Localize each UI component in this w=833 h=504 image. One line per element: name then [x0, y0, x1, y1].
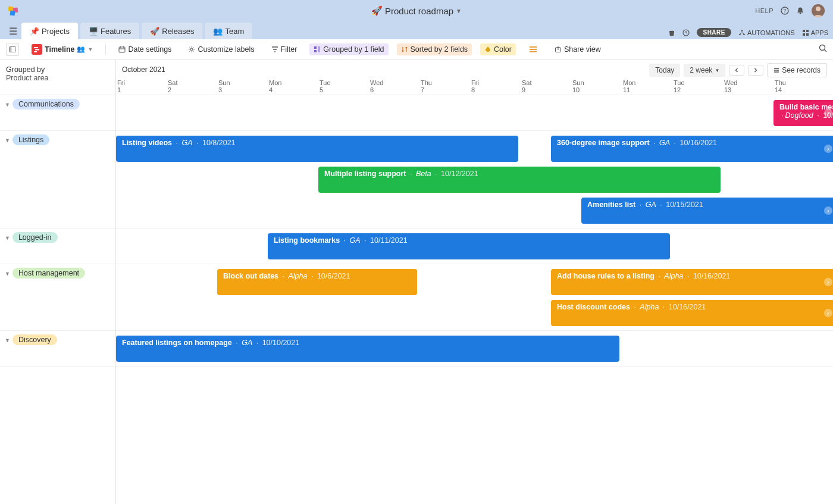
sidebar-toggle-icon[interactable] — [6, 43, 19, 56]
timeline-bar[interactable]: Add house rules to a listing · Alpha · 1… — [551, 269, 833, 295]
group-header: Grouped by Product area — [0, 60, 115, 95]
calendar-icon — [118, 46, 126, 53]
day-column: Thu7 — [419, 79, 470, 93]
group-label-cell[interactable]: ▼Host management — [0, 264, 115, 331]
tab-features[interactable]: 🖥️Features — [80, 23, 139, 39]
tab-team[interactable]: 👥Team — [205, 23, 252, 39]
timeline-column: October 2021 Today 2 week ▼ See records — [116, 60, 833, 504]
group-chip: Listings — [12, 134, 49, 145]
menu-icon[interactable]: ☰ — [5, 23, 21, 39]
timeline-bar[interactable]: 360-degree image support · GA · 10/16/20… — [551, 136, 833, 162]
grouped-by-button[interactable]: Grouped by 1 field — [309, 43, 388, 55]
history-icon[interactable] — [682, 29, 690, 36]
svg-point-7 — [816, 7, 821, 11]
svg-rect-26 — [314, 46, 317, 49]
day-column: Sat9 — [521, 79, 571, 93]
next-button[interactable] — [748, 65, 763, 76]
day-column: Tue12 — [672, 79, 723, 93]
day-column: Wed13 — [723, 79, 774, 93]
svg-line-31 — [825, 50, 827, 52]
timeline-bar[interactable]: Listing bookmarks · GA · 10/11/2021 — [268, 233, 670, 259]
svg-point-9 — [741, 30, 743, 32]
see-records-button[interactable]: See records — [767, 63, 827, 77]
timeline-header: October 2021 Today 2 week ▼ See records — [116, 60, 833, 95]
people-icon: 👥 — [77, 45, 85, 53]
svg-rect-17 — [10, 46, 12, 52]
chevron-down-icon: ▼ — [715, 68, 719, 73]
group-label-cell[interactable]: ▼Logged-in — [0, 228, 115, 264]
tab-label: Projects — [42, 27, 70, 36]
svg-rect-12 — [803, 30, 805, 32]
apps-button[interactable]: APPS — [802, 29, 828, 36]
group-lanes: Build basic messaging·Dogfood · 10/17/20… — [116, 95, 833, 131]
timeline-bar[interactable]: Listing videos · GA · 10/8/2021 — [116, 136, 518, 162]
today-button[interactable]: Today — [649, 64, 680, 77]
share-icon — [555, 46, 562, 53]
chevron-right-icon: › — [824, 278, 832, 286]
filter-button[interactable]: Filter — [267, 43, 302, 55]
timeline-bar[interactable]: Featured listings on homepage · GA · 10/… — [116, 336, 619, 362]
timeline-bar[interactable]: Block out dates · Alpha · 10/6/2021 — [217, 269, 417, 295]
svg-rect-28 — [318, 46, 320, 52]
day-column: Fri1 — [116, 79, 167, 93]
day-column: Tue5 — [318, 79, 369, 93]
tab-releases[interactable]: 🚀Releases — [142, 23, 202, 39]
day-column: Sun10 — [571, 79, 622, 93]
date-settings-button[interactable]: Date settings — [114, 43, 176, 55]
tabbar: ☰ 📌Projects🖥️Features🚀Releases👥Team SHAR… — [0, 21, 833, 39]
chevron-left-icon — [734, 68, 739, 73]
chevron-down-icon: ▼ — [5, 271, 10, 277]
help-link[interactable]: HELP — [755, 7, 774, 14]
chevron-right-icon: › — [824, 145, 832, 153]
group-header-line2: Product area — [6, 74, 109, 82]
month-label: October 2021 — [122, 65, 165, 74]
group-label-cell[interactable]: ▼Listings — [0, 131, 115, 228]
chevron-down-icon: ▼ — [87, 46, 93, 52]
group-lanes: Listing videos · GA · 10/8/2021360-degre… — [116, 131, 833, 228]
row-height-button[interactable] — [524, 43, 542, 55]
group-chip: Communications — [12, 99, 80, 109]
share-view-button[interactable]: Share view — [550, 43, 605, 55]
timeline-bar[interactable]: Host discount codes · Alpha · 10/16/2021… — [551, 300, 833, 326]
svg-text:?: ? — [783, 8, 786, 14]
svg-rect-19 — [35, 49, 39, 50]
day-column: Mon11 — [622, 79, 672, 93]
svg-rect-2 — [10, 11, 15, 16]
view-name[interactable]: Timeline 👥 ▼ — [27, 42, 97, 57]
timeline-bar[interactable]: Build basic messaging·Dogfood · 10/17/20… — [774, 100, 833, 126]
chevron-right-icon — [753, 68, 758, 73]
group-label-cell[interactable]: ▼Communications — [0, 95, 115, 131]
customize-labels-button[interactable]: Customize labels — [184, 43, 258, 55]
group-column: Grouped by Product area ▼Communications▼… — [0, 60, 116, 504]
tab-icon: 👥 — [213, 27, 223, 36]
color-button[interactable]: Color — [480, 43, 516, 55]
app-logo[interactable] — [8, 5, 19, 16]
group-lanes: Listing bookmarks · GA · 10/11/2021 — [116, 228, 833, 264]
search-icon[interactable] — [819, 44, 827, 54]
base-name-text: Product roadmap — [385, 6, 453, 16]
avatar[interactable] — [812, 4, 825, 17]
group-chip: Host management — [12, 268, 85, 278]
group-chip: Logged-in — [12, 232, 58, 243]
automations-button[interactable]: AUTOMATIONS — [738, 29, 795, 36]
day-column: Fri8 — [470, 79, 521, 93]
group-label-cell[interactable]: ▼Discovery — [0, 331, 115, 367]
range-selector[interactable]: 2 week ▼ — [684, 64, 725, 77]
prev-button[interactable] — [729, 65, 744, 76]
svg-rect-15 — [806, 33, 809, 36]
row-height-icon — [528, 45, 538, 54]
notifications-icon[interactable] — [796, 7, 804, 15]
tab-projects[interactable]: 📌Projects — [21, 23, 78, 39]
sort-icon — [401, 46, 408, 53]
sorted-by-button[interactable]: Sorted by 2 fields — [397, 43, 472, 55]
view-toolbar: Timeline 👥 ▼ Date settings Customize lab… — [0, 39, 833, 60]
day-column: Sat2 — [167, 79, 217, 93]
timeline-bar[interactable]: Multiple listing support · Beta · 10/12/… — [318, 167, 721, 193]
trash-icon[interactable] — [668, 29, 675, 36]
color-icon — [484, 46, 491, 53]
group-icon — [314, 46, 321, 53]
help-icon[interactable]: ? — [781, 7, 789, 15]
timeline-bar[interactable]: Amenities list · GA · 10/15/2021› — [581, 198, 833, 224]
base-title[interactable]: 🚀 Product roadmap ▼ — [371, 5, 462, 16]
share-button[interactable]: SHARE — [697, 28, 731, 37]
